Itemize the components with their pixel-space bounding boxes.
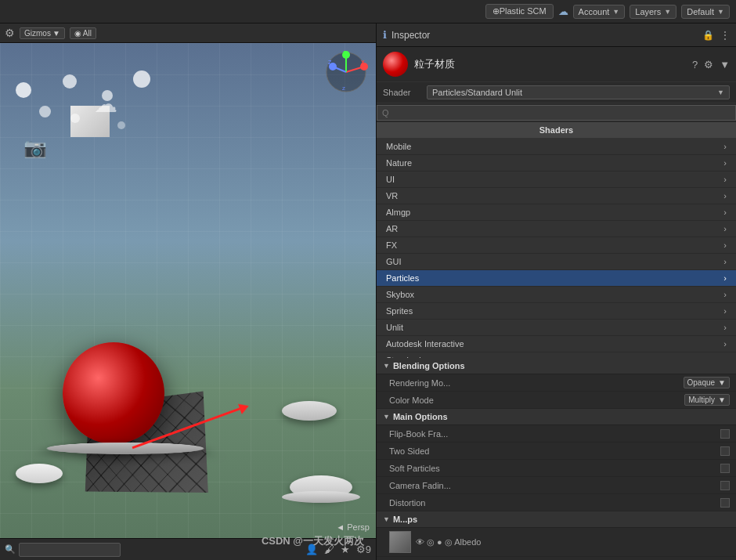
shader-item-gui[interactable]: GUI› bbox=[377, 254, 736, 270]
shader-item-autodesk[interactable]: Autodesk Interactive› bbox=[377, 336, 736, 352]
shader-label: Shader bbox=[383, 88, 422, 97]
blending-chevron-icon: ▼ bbox=[383, 362, 390, 370]
vr-arrow-icon: › bbox=[723, 191, 727, 201]
color-mode-row: Color Mode Multiply ▼ bbox=[377, 392, 736, 409]
shader-item-sprites[interactable]: Sprites› bbox=[377, 303, 736, 320]
main-options-section[interactable]: ▼ Main Options bbox=[377, 409, 736, 425]
rendering-mode-dropdown[interactable]: Opaque ▼ bbox=[684, 377, 731, 388]
color-mode-label: Color Mode bbox=[389, 396, 684, 405]
shader-search-input[interactable] bbox=[377, 105, 736, 121]
maps-chevron-icon: ▼ bbox=[383, 515, 390, 523]
blending-options-title: Blending Options bbox=[393, 361, 465, 370]
more-options-icon[interactable]: ⋮ bbox=[720, 30, 730, 41]
skybox-arrow-icon: › bbox=[723, 290, 727, 299]
red-sphere bbox=[63, 342, 164, 444]
albedo-thumbnail[interactable] bbox=[389, 531, 411, 553]
all-icon: ◉ bbox=[74, 29, 81, 38]
maps-section[interactable]: ▼ M...ps bbox=[377, 511, 736, 528]
gizmos-button[interactable]: Gizmos ▼ bbox=[20, 27, 65, 39]
scene-view: ⚙ Gizmos ▼ ◉ All 📷 ☁ bbox=[0, 23, 376, 560]
main-options-title: Main Options bbox=[393, 412, 448, 421]
distortion-row: Distortion bbox=[377, 494, 736, 511]
search-icon: 🔍 bbox=[5, 544, 16, 555]
account-chevron-icon: ▼ bbox=[612, 8, 619, 16]
shader-item-skybox[interactable]: Skybox› bbox=[377, 287, 736, 303]
default-chevron-icon: ▼ bbox=[717, 8, 724, 16]
flip-book-checkbox[interactable] bbox=[720, 429, 730, 439]
material-chevron-icon[interactable]: ▼ bbox=[720, 59, 730, 70]
camera-fading-checkbox-area bbox=[720, 481, 730, 490]
color-mode-dropdown[interactable]: Multiply ▼ bbox=[684, 394, 730, 406]
albedo-row: 👁 ◎ ● ◎ Albedo bbox=[377, 528, 736, 557]
shader-item-nature[interactable]: Nature› bbox=[377, 155, 736, 172]
soft-particles-checkbox[interactable] bbox=[720, 464, 730, 473]
inspector-body: ▼ Blending Options Rendering Mo... Opaqu… bbox=[377, 358, 736, 560]
two-sided-label: Two Sided bbox=[389, 446, 720, 456]
material-sphere-preview bbox=[383, 52, 408, 77]
two-sided-checkbox-area bbox=[720, 446, 730, 456]
shader-item-standard[interactable]: Standard› bbox=[377, 352, 736, 358]
shader-dropdown[interactable]: Particles/Standard Unlit ▼ bbox=[427, 85, 730, 99]
distortion-checkbox-area bbox=[720, 498, 730, 508]
flip-book-row: Flip-Book Fra... bbox=[377, 425, 736, 443]
scene-canvas[interactable]: 📷 ☁ bbox=[0, 43, 376, 538]
shader-item-fx[interactable]: FX› bbox=[377, 237, 736, 254]
scene-toolbar: ⚙ Gizmos ▼ ◉ All bbox=[0, 23, 376, 43]
maps-title: M...ps bbox=[393, 515, 417, 524]
shader-row: Shader Particles/Standard Unlit ▼ bbox=[377, 82, 736, 103]
shader-item-almgp[interactable]: Almgp› bbox=[377, 204, 736, 221]
shader-item-unlit[interactable]: Unlit› bbox=[377, 320, 736, 336]
shader-item-vr[interactable]: VR› bbox=[377, 188, 736, 204]
eye-icon: 👁 bbox=[416, 537, 424, 547]
flip-book-checkbox-area bbox=[720, 429, 730, 439]
account-dropdown[interactable]: Account ▼ bbox=[573, 5, 626, 19]
svg-text:Z: Z bbox=[328, 60, 332, 65]
fx-arrow-icon: › bbox=[723, 240, 727, 250]
soft-particles-label: Soft Particles bbox=[389, 464, 720, 473]
axis-gizmo: X Y Z z bbox=[325, 51, 368, 94]
shaders-list-header: Shaders bbox=[377, 122, 736, 139]
camera-fading-checkbox[interactable] bbox=[720, 481, 730, 490]
blending-options-section[interactable]: ▼ Blending Options bbox=[377, 358, 736, 374]
scene-search-input[interactable] bbox=[19, 543, 121, 557]
camera-fading-row: Camera Fadin... bbox=[377, 477, 736, 494]
lock-icon[interactable]: 🔒 bbox=[702, 30, 714, 41]
csdn-watermark: CSDN @一天发火两次 bbox=[262, 534, 364, 548]
default-dropdown[interactable]: Default ▼ bbox=[681, 5, 730, 19]
material-settings-icon[interactable]: ⚙ bbox=[704, 59, 713, 70]
two-sided-row: Two Sided bbox=[377, 443, 736, 460]
main-layout: ⚙ Gizmos ▼ ◉ All 📷 ☁ bbox=[0, 23, 736, 560]
all-button[interactable]: ◉ All bbox=[70, 27, 96, 39]
camera-fading-label: Camera Fadin... bbox=[389, 481, 720, 490]
shader-item-ar[interactable]: AR› bbox=[377, 221, 736, 237]
material-help-icon[interactable]: ? bbox=[692, 59, 698, 70]
shader-item-particles[interactable]: Particles› bbox=[377, 270, 736, 287]
rendering-mode-label: Rendering Mo... bbox=[389, 378, 684, 388]
ui-arrow-icon: › bbox=[723, 175, 727, 184]
shader-item-ui[interactable]: UI› bbox=[377, 172, 736, 188]
inspector-title: Inspector bbox=[391, 30, 698, 41]
two-sided-checkbox[interactable] bbox=[720, 446, 730, 456]
top-bar: ⊕Plastic SCM ☁ Account ▼ Layers ▼ Defaul… bbox=[0, 0, 736, 23]
circle-icon: ◎ bbox=[427, 537, 435, 547]
svg-text:z: z bbox=[342, 85, 345, 92]
gizmos-chevron-icon: ▼ bbox=[52, 29, 60, 38]
shaders-scrollable[interactable]: Mobile› Nature› UI› VR› Almgp› AR› bbox=[377, 139, 736, 358]
right-cylinder-2 bbox=[282, 401, 337, 421]
distortion-label: Distortion bbox=[389, 498, 720, 508]
material-preview: 粒子材质 ? ⚙ ▼ bbox=[377, 47, 736, 82]
plastic-scm-button[interactable]: ⊕Plastic SCM bbox=[485, 4, 554, 19]
autodesk-arrow-icon: › bbox=[723, 339, 727, 349]
soft-particles-checkbox-area bbox=[720, 464, 730, 473]
layers-chevron-icon: ▼ bbox=[664, 8, 671, 16]
inspector-header-icons: 🔒 ⋮ bbox=[702, 30, 730, 41]
sprites-arrow-icon: › bbox=[723, 306, 727, 316]
unlit-arrow-icon: › bbox=[723, 323, 727, 332]
particles-arrow-icon: › bbox=[723, 273, 727, 283]
distortion-checkbox[interactable] bbox=[720, 498, 730, 508]
svg-text:X: X bbox=[361, 60, 365, 65]
shader-item-mobile[interactable]: Mobile› bbox=[377, 139, 736, 155]
rendering-chevron-icon: ▼ bbox=[718, 378, 726, 387]
layers-dropdown[interactable]: Layers ▼ bbox=[630, 5, 676, 19]
inspector-icon: ℹ bbox=[383, 29, 387, 41]
